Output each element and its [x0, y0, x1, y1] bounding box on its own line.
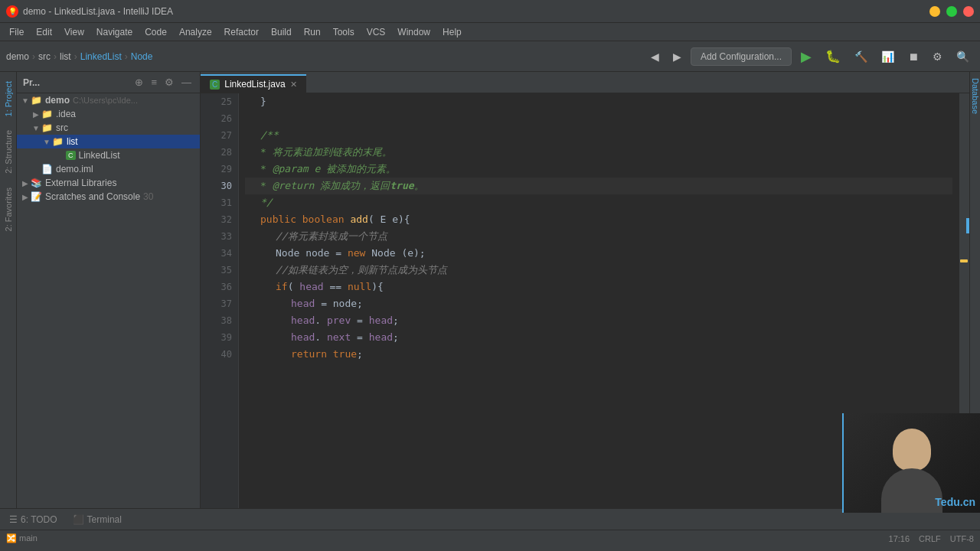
- bottom-tab-todo[interactable]: ☰ 6: TODO: [3, 513, 64, 527]
- extlibs-arrow: ▶: [20, 179, 31, 187]
- debug-button[interactable]: 🐛: [821, 46, 845, 67]
- terminal-label: Terminal: [87, 514, 122, 525]
- demo-label: demo: [45, 95, 70, 106]
- menu-tools[interactable]: Tools: [327, 25, 361, 39]
- menu-vcs[interactable]: VCS: [361, 25, 392, 39]
- breadcrumb-sep2: ›: [54, 51, 57, 62]
- menu-edit[interactable]: Edit: [30, 25, 58, 39]
- code-line-33: //将元素封装成一个节点: [245, 228, 952, 245]
- sidebar-title: Pr...: [23, 77, 40, 88]
- status-left: 🔀 main: [6, 533, 38, 543]
- sidebar-settings-button[interactable]: ⚙: [162, 76, 176, 89]
- breadcrumb-project[interactable]: demo: [6, 51, 29, 62]
- scratches-num: 30: [143, 191, 153, 202]
- breadcrumb-class2[interactable]: Node: [131, 51, 153, 62]
- linkedlist-label: LinkedList: [79, 150, 120, 161]
- tree-item-linkedlist[interactable]: ▶ C LinkedList: [17, 148, 200, 162]
- tree-item-list[interactable]: ▼ 📁 list: [17, 135, 200, 148]
- favorites-tab[interactable]: 2: Favorites: [2, 181, 15, 237]
- tree-item-demo[interactable]: ▼ 📁 demo C:\Users\pc\Ide...: [17, 93, 200, 107]
- cursor-position: 17:16: [889, 534, 910, 543]
- nav-back-button[interactable]: ◀: [646, 47, 664, 66]
- code-line-37: head = node;: [245, 295, 952, 312]
- line-num-34: 34: [201, 245, 232, 262]
- editor-tab-linkedlist[interactable]: C LinkedList.java ✕: [201, 74, 306, 93]
- menu-analyze[interactable]: Analyze: [173, 25, 218, 39]
- code-line-27: /**: [245, 127, 952, 144]
- app-icon: 💡: [6, 5, 18, 18]
- close-button[interactable]: [963, 6, 974, 17]
- tree-item-scratches[interactable]: ▶ 📝 Scratches and Console 30: [17, 190, 200, 204]
- menu-navigate[interactable]: Navigate: [90, 25, 139, 39]
- status-right: 17:16 CRLF UTF-8: [889, 534, 974, 543]
- locate-file-button[interactable]: ⊕: [132, 76, 145, 89]
- tree-item-idea[interactable]: ▶ 📁 .idea: [17, 107, 200, 121]
- menu-code[interactable]: Code: [139, 25, 173, 39]
- search-everywhere-button[interactable]: 🔍: [952, 47, 974, 66]
- todo-icon: ☰: [9, 514, 18, 525]
- editor-tabs: C LinkedList.java ✕: [201, 72, 969, 93]
- scratches-arrow: ▶: [20, 193, 31, 201]
- add-configuration-button[interactable]: Add Configuration...: [691, 47, 792, 66]
- minimize-button[interactable]: [929, 6, 940, 17]
- breadcrumb-src[interactable]: src: [38, 51, 51, 62]
- tree-item-extlibs[interactable]: ▶ 📚 External Libraries: [17, 176, 200, 190]
- project-tab[interactable]: 1: Project: [2, 75, 15, 122]
- coverage-button[interactable]: 📊: [877, 47, 899, 66]
- code-line-28: * 将元素追加到链表的末尾。: [245, 144, 952, 161]
- sidebar-header: Pr... ⊕ ≡ ⚙ —: [17, 72, 200, 93]
- menu-help[interactable]: Help: [436, 25, 468, 39]
- menu-file[interactable]: File: [3, 25, 30, 39]
- collapse-all-button[interactable]: ≡: [149, 76, 159, 89]
- status-bar: 🔀 main 17:16 CRLF UTF-8: [0, 530, 980, 546]
- list-folder-icon: 📁: [52, 136, 64, 147]
- line-num-28: 28: [201, 144, 232, 161]
- scratches-label: Scratches and Console: [45, 191, 140, 202]
- run-button[interactable]: ▶: [796, 45, 816, 68]
- line-num-39: 39: [201, 329, 232, 346]
- code-line-29: * @param e 被添加的元素。: [245, 161, 952, 178]
- breadcrumb-class1[interactable]: LinkedList: [80, 51, 122, 62]
- bottom-tab-terminal[interactable]: ⬛ Terminal: [67, 513, 128, 527]
- tab-close-button[interactable]: ✕: [290, 80, 297, 90]
- code-line-34: Node node = new Node (e);: [245, 245, 952, 262]
- title-bar-left: 💡 demo - LinkedList.java - IntelliJ IDEA: [6, 5, 173, 18]
- list-arrow: ▼: [41, 138, 52, 146]
- menu-run[interactable]: Run: [298, 25, 327, 39]
- code-line-26: [245, 110, 952, 127]
- menu-build[interactable]: Build: [265, 25, 298, 39]
- nav-forward-button[interactable]: ▶: [668, 47, 686, 66]
- code-line-35: //如果链表为空，则新节点成为头节点: [245, 262, 952, 279]
- line-num-35: 35: [201, 262, 232, 279]
- todo-label: 6: TODO: [21, 514, 57, 525]
- window-controls[interactable]: [929, 6, 974, 17]
- menu-window[interactable]: Window: [391, 25, 436, 39]
- sidebar-minimize-button[interactable]: —: [179, 76, 194, 89]
- src-arrow: ▼: [31, 124, 41, 132]
- sidebar-toolbar: ⊕ ≡ ⚙ —: [132, 76, 194, 89]
- database-tab[interactable]: Database: [969, 72, 981, 120]
- tree-item-src[interactable]: ▼ 📁 src: [17, 121, 200, 135]
- line-num-30: 30: [201, 178, 232, 194]
- project-tree: Pr... ⊕ ≡ ⚙ — ▼ 📁 demo C:\Users\pc\Ide..…: [17, 72, 201, 508]
- main-area: 1: Project 2: Structure 2: Favorites Pr.…: [0, 72, 980, 508]
- tree-item-demoiml[interactable]: ▶ 📄 demo.iml: [17, 162, 200, 176]
- idea-arrow: ▶: [31, 110, 41, 119]
- build-button[interactable]: 🔨: [850, 47, 872, 66]
- menu-view[interactable]: View: [58, 25, 90, 39]
- window-title: demo - LinkedList.java - IntelliJ IDEA: [23, 6, 173, 17]
- bottom-tool-windows: ☰ 6: TODO ⬛ Terminal: [0, 508, 980, 530]
- demo-path: C:\Users\pc\Ide...: [73, 96, 138, 105]
- person-head: [893, 429, 931, 471]
- demoiml-label: demo.iml: [56, 164, 93, 174]
- settings-button[interactable]: ⚙: [928, 47, 947, 66]
- menu-bar: File Edit View Navigate Code Analyze Ref…: [0, 23, 980, 41]
- terminal-icon: ⬛: [73, 514, 84, 525]
- breadcrumb-list[interactable]: list: [60, 51, 71, 62]
- encoding: UTF-8: [950, 534, 974, 543]
- line-num-36: 36: [201, 279, 232, 295]
- menu-refactor[interactable]: Refactor: [218, 25, 265, 39]
- structure-tab[interactable]: 2: Structure: [2, 124, 15, 180]
- maximize-button[interactable]: [946, 6, 957, 17]
- stop-button[interactable]: ⏹: [903, 47, 923, 66]
